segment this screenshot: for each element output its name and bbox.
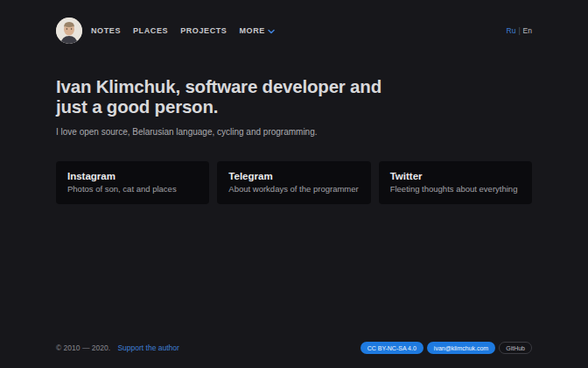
lang-separator: | — [518, 26, 520, 35]
card-title: Twitter — [390, 171, 521, 181]
copyright-text: © 2010 — 2020. — [56, 343, 110, 352]
footer-badges: CC BY-NC-SA 4.0 ivan@klimchuk.com GitHub — [360, 342, 532, 354]
social-cards: Instagram Photos of son, cat and places … — [56, 161, 532, 204]
hero-section: Ivan Klimchuk, software developer and ju… — [56, 76, 532, 137]
lang-current-en[interactable]: En — [523, 26, 532, 35]
license-badge[interactable]: CC BY-NC-SA 4.0 — [360, 342, 424, 354]
card-title: Instagram — [67, 171, 198, 181]
avatar-photo-icon — [56, 18, 82, 44]
lang-link-ru[interactable]: Ru — [507, 26, 516, 35]
email-badge[interactable]: ivan@klimchuk.com — [427, 342, 495, 354]
card-description: Fleeting thoughts about everything — [390, 184, 521, 194]
card-title: Telegram — [228, 171, 359, 181]
nav-item-projects[interactable]: Projects — [180, 26, 227, 35]
avatar[interactable] — [56, 18, 82, 44]
page-subtitle: I love open source, Belarusian language,… — [56, 127, 532, 137]
nav-left: Notes Places Projects More — [56, 18, 275, 44]
support-author-link[interactable]: Support the author — [117, 343, 178, 352]
header: Notes Places Projects More Ru|En — [56, 0, 532, 44]
footer-copyright-area: © 2010 — 2020. Support the author — [56, 343, 179, 352]
language-switcher: Ru|En — [507, 26, 533, 35]
nav-item-more[interactable]: More — [239, 26, 274, 36]
card-twitter[interactable]: Twitter Fleeting thoughts about everythi… — [379, 161, 532, 204]
card-description: About workdays of the programmer — [228, 184, 359, 194]
github-badge[interactable]: GitHub — [499, 342, 532, 354]
nav-item-more-label: More — [239, 26, 264, 35]
nav-item-notes[interactable]: Notes — [91, 26, 121, 35]
card-instagram[interactable]: Instagram Photos of son, cat and places — [56, 161, 209, 204]
chevron-down-icon — [268, 27, 275, 36]
card-description: Photos of son, cat and places — [67, 184, 198, 194]
nav-item-places[interactable]: Places — [133, 26, 168, 35]
card-telegram[interactable]: Telegram About workdays of the programme… — [217, 161, 370, 204]
footer: © 2010 — 2020. Support the author CC BY-… — [0, 342, 588, 354]
nav-menu: Notes Places Projects More — [91, 26, 275, 36]
page-title: Ivan Klimchuk, software developer and ju… — [56, 76, 406, 117]
